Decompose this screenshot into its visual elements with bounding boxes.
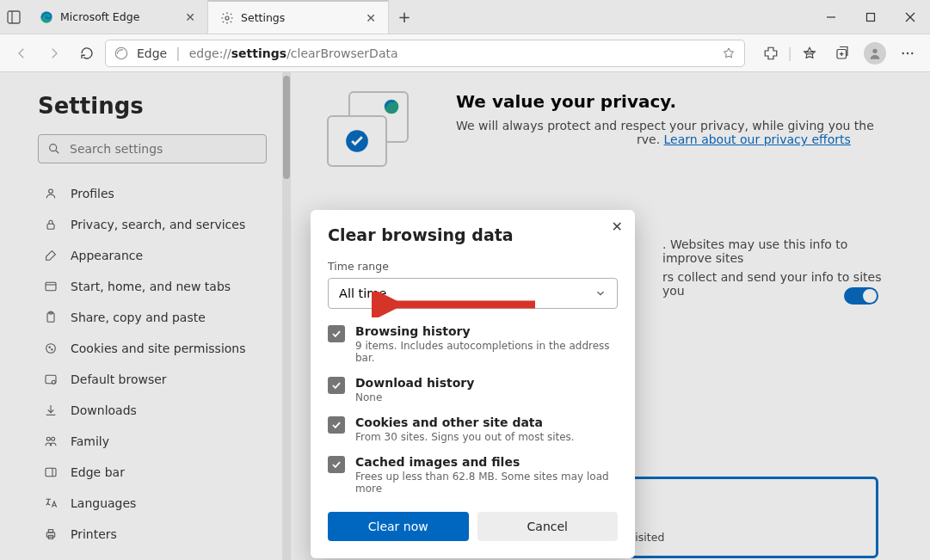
- cancel-button[interactable]: Cancel: [477, 512, 619, 541]
- close-icon[interactable]: ✕: [366, 11, 376, 25]
- favorites-icon[interactable]: [794, 38, 825, 69]
- checkbox-checked-icon[interactable]: [328, 416, 345, 434]
- more-menu-button[interactable]: [892, 38, 923, 69]
- avatar-icon: [864, 42, 886, 65]
- tab-actions-icon[interactable]: [0, 0, 28, 34]
- option-description: Frees up less than 62.8 MB. Some sites m…: [355, 471, 618, 495]
- clear-now-button[interactable]: Clear now: [328, 512, 469, 541]
- option-title: Cookies and other site data: [355, 415, 575, 429]
- dialog-title: Clear browsing data: [328, 225, 618, 244]
- option-description: None: [355, 391, 474, 403]
- extensions-icon[interactable]: [755, 38, 786, 69]
- collections-icon[interactable]: [827, 38, 858, 69]
- tab-microsoft-edge[interactable]: Microsoft Edge ✕: [28, 0, 208, 34]
- clear-data-option[interactable]: Download historyNone: [328, 376, 618, 403]
- checkbox-checked-icon[interactable]: [328, 325, 345, 342]
- new-tab-button[interactable]: +: [389, 0, 420, 34]
- window-titlebar: Microsoft Edge ✕ Settings ✕ +: [0, 0, 930, 34]
- address-bar[interactable]: Edge | edge://settings/clearBrowserData: [105, 40, 745, 67]
- browser-toolbar: Edge | edge://settings/clearBrowserData …: [0, 34, 930, 72]
- edge-icon: [40, 10, 53, 24]
- refresh-button[interactable]: [72, 39, 102, 68]
- favorite-icon[interactable]: [722, 46, 736, 60]
- tab-settings[interactable]: Settings ✕: [208, 0, 389, 34]
- svg-point-3: [225, 16, 229, 20]
- svg-point-17: [911, 52, 913, 53]
- option-title: Download history: [355, 376, 474, 390]
- close-icon[interactable]: ✕: [185, 10, 195, 24]
- option-title: Browsing history: [355, 324, 618, 338]
- chevron-down-icon: [594, 287, 607, 299]
- checkbox-checked-icon[interactable]: [328, 456, 345, 473]
- time-range-value: All time: [339, 286, 386, 300]
- close-window-button[interactable]: [890, 0, 930, 34]
- address-prefix: Edge: [137, 46, 167, 60]
- tab-label: Settings: [241, 11, 359, 24]
- maximize-button[interactable]: [851, 0, 890, 34]
- option-description: 9 items. Includes autocompletions in the…: [355, 340, 618, 364]
- time-range-select[interactable]: All time: [328, 278, 618, 309]
- window-controls: [811, 0, 930, 34]
- option-title: Cached images and files: [355, 455, 618, 469]
- tab-label: Microsoft Edge: [60, 10, 178, 23]
- back-button[interactable]: [7, 39, 36, 68]
- svg-point-16: [907, 52, 908, 53]
- gear-icon: [220, 11, 234, 25]
- clear-data-option[interactable]: Browsing history9 items. Includes autoco…: [328, 324, 618, 364]
- svg-point-14: [872, 48, 877, 52]
- forward-button[interactable]: [40, 39, 69, 68]
- svg-rect-0: [8, 11, 20, 23]
- clear-data-option[interactable]: Cached images and filesFrees up less tha…: [328, 455, 618, 495]
- svg-point-15: [902, 52, 904, 53]
- svg-rect-5: [867, 13, 875, 21]
- minimize-button[interactable]: [811, 0, 851, 34]
- option-description: From 30 sites. Signs you out of most sit…: [355, 431, 575, 443]
- address-url: edge://settings/clearBrowserData: [189, 46, 398, 60]
- profile-button[interactable]: [859, 38, 890, 69]
- clear-browsing-data-dialog: ✕ Clear browsing data Time range All tim…: [311, 210, 635, 558]
- checkbox-checked-icon[interactable]: [328, 377, 345, 394]
- close-dialog-button[interactable]: ✕: [612, 218, 623, 235]
- edge-icon: [114, 46, 128, 60]
- clear-data-option[interactable]: Cookies and other site dataFrom 30 sites…: [328, 415, 618, 443]
- time-range-label: Time range: [328, 260, 618, 273]
